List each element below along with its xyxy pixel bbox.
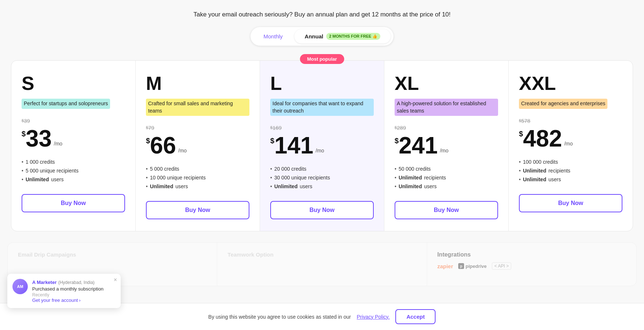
most-popular-badge: Most popular — [300, 54, 344, 64]
plan-card-xxl: XXL Created for agencies and enterprises… — [509, 61, 633, 231]
current-price-s: $ 33 — [22, 127, 52, 150]
integrations-logos: zapier p pipedrive < API > — [437, 262, 626, 270]
plans-section: S Perfect for startups and solopreneurs … — [7, 60, 637, 231]
privacy-policy-link[interactable]: Privacy Policy. — [357, 314, 389, 320]
price-row-xl: $289 $ 241 /mo — [395, 125, 498, 157]
annual-toggle[interactable]: Annual 2 MONTHS FOR FREE 👍 — [294, 29, 391, 43]
notif-content: A Marketer (Hyderabad, India) Purchased … — [32, 279, 115, 303]
original-price-l: $169 — [270, 125, 313, 131]
features-list-s: 1 000 credits5 000 unique recipientsUnli… — [22, 159, 125, 182]
page-headline: Take your email outreach seriously? Buy … — [7, 11, 637, 18]
plan-tagline-xl: A high-powered solution for established … — [395, 99, 498, 116]
plans-wrapper: S Perfect for startups and solopreneurs … — [11, 60, 633, 231]
original-price-xl: $289 — [395, 125, 438, 131]
current-price-m: $ 66 — [146, 134, 176, 157]
feature-item: Unlimited users — [519, 177, 622, 182]
current-price-l: $ 141 — [270, 134, 313, 157]
price-period-m: /mo — [178, 148, 187, 153]
price-period-xxl: /mo — [564, 141, 573, 147]
price-period-s: /mo — [54, 141, 62, 147]
notif-close-button[interactable]: × — [114, 277, 117, 283]
notif-action: Purchased a monthly subscription — [32, 286, 115, 292]
buy-button-xl[interactable]: Buy Now — [395, 201, 498, 219]
plan-name-xl: XL — [395, 74, 498, 93]
price-period-l: /mo — [316, 148, 324, 153]
billing-toggle-pill: Monthly Annual 2 MONTHS FOR FREE 👍 — [251, 27, 394, 46]
plan-tagline-s: Perfect for startups and solopreneurs — [22, 99, 110, 109]
teamwork-title: Teamwork Option — [227, 251, 416, 258]
original-price-xxl: $578 — [519, 118, 562, 124]
chevron-right-icon: › — [79, 297, 80, 303]
monthly-toggle[interactable]: Monthly — [253, 30, 293, 43]
feature-item: 100 000 credits — [519, 159, 622, 165]
annual-label: Annual — [305, 33, 323, 39]
feature-item: 10 000 unique recipients — [146, 175, 249, 181]
annual-badge: 2 MONTHS FOR FREE 👍 — [326, 33, 381, 40]
buy-button-s[interactable]: Buy Now — [22, 194, 125, 212]
buy-button-m[interactable]: Buy Now — [146, 201, 249, 219]
price-period-xl: /mo — [440, 148, 448, 153]
feature-item: 5 000 credits — [146, 166, 249, 172]
plan-card-m: M Crafted for small sales and marketing … — [136, 61, 260, 231]
feature-item: Unlimited recipients — [395, 175, 498, 181]
plan-card-l: Most popular L Ideal for companies that … — [260, 61, 384, 231]
feature-item: 5 000 unique recipients — [22, 168, 125, 174]
price-row-xxl: $578 $ 482 /mo — [519, 118, 622, 150]
features-list-xl: 50 000 creditsUnlimited recipientsUnlimi… — [395, 166, 498, 189]
api-badge: < API > — [492, 262, 511, 270]
plan-tagline-xxl: Created for agencies and enterprises — [519, 99, 607, 109]
feature-item: Unlimited users — [270, 183, 374, 189]
feature-item: 30 000 unique recipients — [270, 175, 374, 181]
email-drip-title: Email Drip Campaigns — [18, 251, 207, 258]
zapier-logo: zapier — [437, 263, 453, 269]
features-list-xxl: 100 000 creditsUnlimited recipientsUnlim… — [519, 159, 622, 182]
plan-card-xl: XL A high-powered solution for establish… — [384, 61, 509, 231]
plan-tagline-m: Crafted for small sales and marketing te… — [146, 99, 249, 116]
notif-link[interactable]: Get your free account › — [32, 297, 115, 303]
feature-item: Unlimited users — [146, 183, 249, 189]
billing-toggle-wrapper: Monthly Annual 2 MONTHS FOR FREE 👍 — [7, 27, 637, 46]
price-row-m: $79 $ 66 /mo — [146, 125, 249, 157]
cookie-text: By using this website you agree to use c… — [208, 314, 351, 320]
feature-item: 20 000 credits — [270, 166, 374, 172]
price-row-l: $169 $ 141 /mo — [270, 125, 374, 157]
notif-time: Recently — [32, 292, 115, 297]
plan-tagline-l: Ideal for companies that want to expand … — [270, 99, 374, 116]
current-price-xxl: $ 482 — [519, 127, 562, 150]
original-price-m: $79 — [146, 125, 176, 131]
feature-item: 50 000 credits — [395, 166, 498, 172]
feature-item: Unlimited recipients — [519, 168, 622, 174]
plan-card-s: S Perfect for startups and solopreneurs … — [11, 61, 136, 231]
feature-item: Unlimited users — [395, 183, 498, 189]
integrations-title: Integrations — [437, 251, 626, 258]
integrations-col: Integrations zapier p pipedrive < API > — [427, 243, 636, 286]
feature-item: Unlimited users — [22, 177, 125, 182]
pipedrive-logo: p pipedrive — [458, 263, 487, 269]
features-list-m: 5 000 credits10 000 unique recipientsUnl… — [146, 166, 249, 189]
current-price-xl: $ 241 — [395, 134, 438, 157]
feature-item: 1 000 credits — [22, 159, 125, 165]
notification-popup: AM A Marketer (Hyderabad, India) Purchas… — [7, 274, 121, 308]
notif-name: A Marketer — [32, 280, 57, 285]
plan-name-s: S — [22, 74, 125, 93]
plan-name-l: L — [270, 74, 374, 93]
features-list-l: 20 000 credits30 000 unique recipientsUn… — [270, 166, 374, 189]
teamwork-col: Teamwork Option — [217, 243, 427, 286]
plan-name-m: M — [146, 74, 249, 93]
price-row-s: $39 $ 33 /mo — [22, 118, 125, 150]
notif-location: (Hyderabad, India) — [58, 280, 94, 285]
notif-avatar: AM — [12, 279, 28, 294]
buy-button-l[interactable]: Buy Now — [270, 201, 374, 219]
original-price-s: $39 — [22, 118, 52, 124]
plan-name-xxl: XXL — [519, 74, 622, 93]
buy-button-xxl[interactable]: Buy Now — [519, 194, 622, 212]
cookie-accept-button[interactable]: Accept — [395, 309, 436, 324]
